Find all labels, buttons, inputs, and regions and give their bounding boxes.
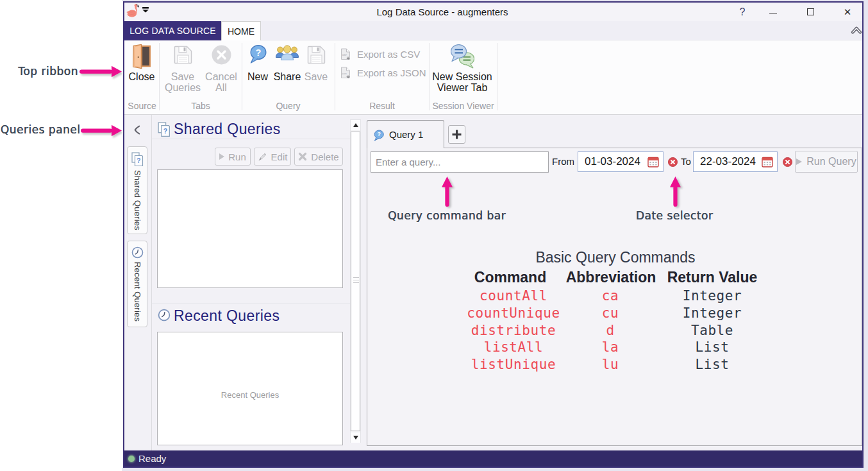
query-input[interactable]: Enter a query... <box>371 151 549 173</box>
clear-from-date-icon[interactable] <box>668 157 678 167</box>
abbreviation-cell: lu <box>556 356 665 373</box>
close-source-button[interactable]: Close <box>127 44 156 82</box>
pages-question-icon: ? <box>131 152 144 167</box>
ribbon-button-label: Export as JSON <box>357 67 426 78</box>
run-button[interactable]: Run <box>215 148 251 166</box>
delete-button[interactable]: Delete <box>294 148 343 166</box>
scrollbar-grip <box>353 277 359 278</box>
export-json-button[interactable]: json Export as JSON <box>340 64 426 82</box>
edit-button[interactable]: Edit <box>254 148 291 166</box>
play-icon <box>796 158 802 165</box>
sidebar-divider <box>151 115 152 450</box>
run-query-button[interactable]: Run Query <box>795 151 858 173</box>
date-selector-arrow <box>669 176 682 207</box>
ribbon-button-label: Save Queries <box>165 71 201 93</box>
command-cell: countUnique <box>462 305 565 322</box>
calendar-icon[interactable] <box>647 157 659 167</box>
door-icon <box>133 44 151 70</box>
clock-icon <box>131 246 144 259</box>
minimize-icon <box>769 13 777 13</box>
collapse-panel-icon[interactable] <box>132 124 142 135</box>
scroll-up-icon <box>353 123 358 127</box>
from-date-value: 01-03-2024 <box>585 155 647 168</box>
svg-text:json: json <box>341 72 347 75</box>
abbreviation-cell: la <box>556 339 665 356</box>
queries-panel-arrow <box>81 124 122 137</box>
play-icon <box>219 153 224 160</box>
flamingo-logo-icon[interactable] <box>126 2 140 18</box>
run-button-label: Run <box>228 151 246 162</box>
run-query-label: Run Query <box>806 156 856 167</box>
command-cell: listAll <box>462 339 565 356</box>
sidebar-tab-shared-queries[interactable]: ? Shared Queries <box>127 146 147 234</box>
status-ready-icon <box>128 456 135 462</box>
query-1-tab[interactable]: ? Query 1 <box>367 120 444 148</box>
sidebar-tab-label: Recent Queries <box>133 262 142 321</box>
delete-x-icon <box>298 152 307 161</box>
minimize-button[interactable] <box>764 3 783 21</box>
calendar-icon[interactable] <box>762 157 773 167</box>
help-button[interactable]: ? <box>733 3 752 21</box>
sidebar-tab-recent-queries[interactable]: Recent Queries <box>127 241 147 327</box>
pencil-icon <box>258 152 267 162</box>
top-ribbon-arrow <box>79 65 122 78</box>
abbreviation-cell: ca <box>556 287 665 305</box>
panel-header-divider <box>152 304 350 304</box>
return-value-cell: Integer <box>658 305 767 322</box>
recent-queries-header: Recent Queries <box>174 307 280 324</box>
query-command-bar-arrow <box>440 176 454 207</box>
share-query-button[interactable]: Share <box>273 44 301 82</box>
status-text: Ready <box>138 450 166 467</box>
ribbon-button-label: New <box>247 71 268 82</box>
ribbon-button-label: Save <box>305 71 328 82</box>
svg-text:csv: csv <box>342 53 347 56</box>
ribbon-button-label: Share <box>274 71 301 82</box>
pages-question-icon: ? <box>158 122 171 137</box>
tab-home[interactable]: HOME <box>221 21 261 40</box>
app-menu-caret-icon[interactable] <box>142 7 149 13</box>
scroll-down-button[interactable] <box>351 432 360 443</box>
from-date-field[interactable]: 01-03-2024 <box>578 151 664 172</box>
to-label: To <box>681 151 691 172</box>
panel-scrollbar[interactable] <box>350 119 361 443</box>
annotation-query-command-bar: Query command bar <box>383 209 511 222</box>
commands-header-return-value: Return Value <box>658 269 767 286</box>
maximize-button[interactable] <box>801 3 820 21</box>
ribbon-group-label-session-viewer: Session Viewer <box>430 100 497 112</box>
save-query-button[interactable]: Save <box>302 44 330 82</box>
chat-bubbles-icon <box>451 44 474 70</box>
from-label: From <box>552 151 574 172</box>
panel-header-divider <box>152 139 350 139</box>
clear-to-date-icon[interactable] <box>783 157 792 167</box>
scroll-down-icon <box>353 436 358 440</box>
svg-text:?: ? <box>137 157 140 164</box>
scroll-up-button[interactable] <box>351 120 360 130</box>
ribbon-group-label-tabs: Tabs <box>160 100 242 112</box>
collapse-ribbon-icon[interactable] <box>851 24 862 35</box>
close-window-button[interactable]: ✕ <box>838 3 857 21</box>
tab-log-data-source[interactable]: LOG DATA SOURCE <box>124 21 221 40</box>
people-icon <box>275 44 299 70</box>
recent-queries-list[interactable]: Recent Queries <box>157 332 343 445</box>
query-tab-label: Query 1 <box>389 129 423 140</box>
floppy-icon <box>306 44 327 70</box>
svg-text:?: ? <box>378 131 381 137</box>
new-session-viewer-tab-button[interactable]: New Session Viewer Tab <box>426 44 498 93</box>
to-date-field[interactable]: 22-03-2024 <box>693 151 778 172</box>
ribbon-button-label: Close <box>129 71 155 82</box>
scrollbar-grip <box>353 282 359 283</box>
commands-header-command: Command <box>459 269 562 286</box>
command-cell: listUnique <box>462 356 565 373</box>
add-query-tab-button[interactable] <box>448 125 465 144</box>
svg-text:?: ? <box>163 128 167 135</box>
cancel-all-button[interactable]: Cancel All <box>204 44 238 93</box>
close-icon: ✕ <box>844 6 852 18</box>
export-csv-button[interactable]: csv Export as CSV <box>340 45 420 64</box>
new-query-button[interactable]: ? New <box>244 44 271 82</box>
edit-button-label: Edit <box>271 151 288 162</box>
scrollbar-thumb[interactable] <box>351 132 360 431</box>
save-queries-button[interactable]: Save Queries <box>165 44 201 93</box>
document-csv-icon: csv <box>340 48 351 61</box>
shared-queries-list[interactable] <box>157 169 343 288</box>
abbreviation-cell: cu <box>556 305 665 322</box>
